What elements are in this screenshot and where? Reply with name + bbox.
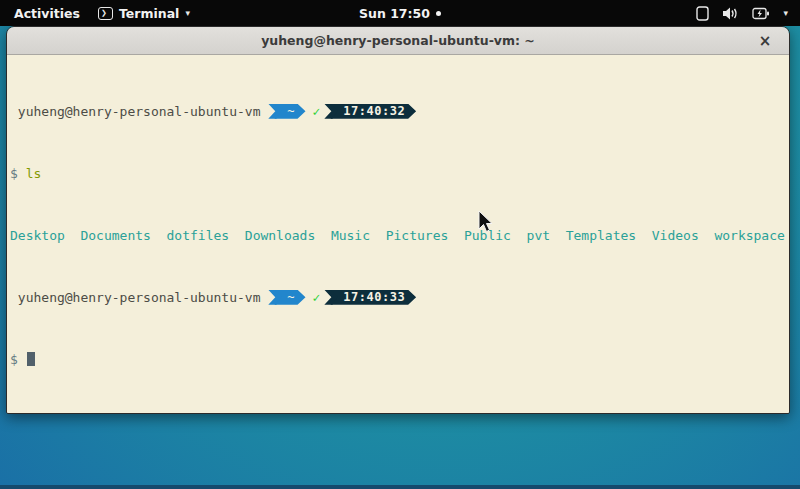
volume-icon: [722, 6, 739, 21]
ls-output-text: Desktop Documents dotfiles Downloads Mus…: [10, 228, 785, 244]
prompt-symbol: $: [10, 166, 26, 182]
status-check-icon: ✓: [306, 290, 325, 306]
top-bar-left: Activities ❯ Terminal ▾: [0, 6, 190, 21]
app-menu-terminal[interactable]: ❯ Terminal ▾: [98, 6, 190, 21]
prompt-user-host: yuheng@henry-personal-ubuntu-vm: [10, 104, 268, 120]
display-icon: [696, 6, 709, 21]
app-menu-label: Terminal: [119, 6, 179, 21]
system-status-area[interactable]: ▾: [696, 0, 800, 26]
prompt-time-segment: 17:40:32: [330, 104, 416, 119]
prompt-time-segment: 17:40:33: [330, 290, 416, 305]
terminal-body[interactable]: yuheng@henry-personal-ubuntu-vm ~✓17:40:…: [7, 55, 789, 414]
window-title: yuheng@henry-personal-ubuntu-vm: ~: [261, 33, 535, 48]
status-check-icon: ✓: [306, 104, 325, 120]
powerline-prompt: ~✓17:40:32: [268, 104, 416, 119]
ls-output-line: Desktop Documents dotfiles Downloads Mus…: [10, 228, 786, 244]
top-bar: Activities ❯ Terminal ▾ Sun 17:50: [0, 0, 800, 26]
chevron-down-icon: ▾: [185, 9, 190, 18]
desktop: Activities ❯ Terminal ▾ Sun 17:50: [0, 0, 800, 489]
terminal-icon: ❯: [98, 7, 113, 20]
chevron-down-icon: ▾: [783, 9, 788, 18]
prompt-symbol: $: [10, 352, 26, 368]
activities-button[interactable]: Activities: [10, 6, 84, 21]
input-line: $: [10, 352, 786, 368]
terminal-window: yuheng@henry-personal-ubuntu-vm: ~ × yuh…: [6, 26, 790, 414]
prompt-line-1: yuheng@henry-personal-ubuntu-vm ~✓17:40:…: [10, 104, 786, 120]
battery-charging-icon: [752, 6, 770, 21]
prompt-user-host: yuheng@henry-personal-ubuntu-vm: [10, 290, 268, 306]
text-cursor: [27, 352, 35, 366]
window-titlebar[interactable]: yuheng@henry-personal-ubuntu-vm: ~ ×: [7, 27, 789, 55]
prompt-line-2: yuheng@henry-personal-ubuntu-vm ~✓17:40:…: [10, 290, 786, 306]
powerline-prompt: ~✓17:40:33: [268, 290, 416, 305]
notification-dot-icon: [436, 11, 441, 16]
desktop-bottom-edge: [0, 485, 800, 489]
close-button[interactable]: ×: [755, 31, 775, 51]
clock[interactable]: Sun 17:50: [359, 6, 430, 21]
command-line: $ ls: [10, 166, 786, 182]
command-text: ls: [26, 166, 42, 182]
